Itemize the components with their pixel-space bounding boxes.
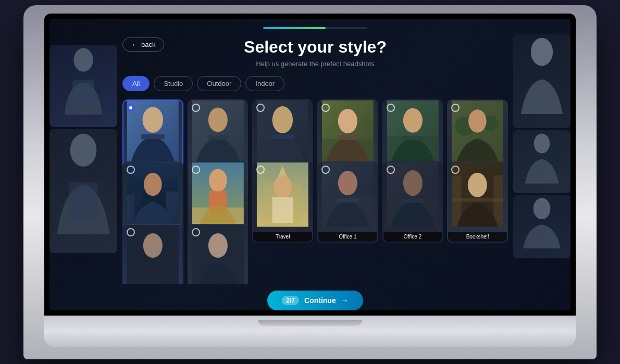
svg-point-22	[403, 108, 422, 133]
filter-tabs: All Studio Outdoor Indoor	[122, 76, 284, 91]
card-radio-8	[192, 166, 200, 174]
filter-tab-studio[interactable]: Studio	[154, 76, 193, 91]
progress-bar-fill	[263, 27, 326, 29]
filter-tab-all[interactable]: All	[122, 76, 150, 91]
filter-tab-indoor[interactable]: Indoor	[245, 76, 284, 91]
laptop-base	[44, 316, 576, 347]
style-grid: Professional 1	[122, 99, 508, 284]
continue-button[interactable]: 2/7 Continue →	[267, 291, 363, 310]
style-card-office-1[interactable]: Office 1	[317, 161, 378, 243]
svg-rect-15	[271, 134, 294, 139]
svg-point-18	[338, 109, 357, 133]
svg-rect-1	[72, 80, 94, 107]
filter-tab-outdoor[interactable]: Outdoor	[197, 76, 241, 91]
card-label-9: Travel	[253, 232, 312, 242]
svg-rect-48	[401, 199, 424, 204]
card-radio-4	[321, 104, 330, 112]
card-label-12: Bookshelf	[448, 232, 507, 242]
back-button[interactable]: ← back	[122, 37, 164, 52]
page-subtitle: Help us generate the prefect headshots	[256, 60, 375, 68]
svg-point-11	[208, 107, 227, 132]
svg-rect-3	[69, 182, 98, 221]
side-right-img-1	[513, 34, 571, 129]
svg-rect-52	[452, 198, 503, 202]
card-radio-14	[192, 228, 200, 236]
side-right-img-2	[513, 130, 571, 193]
laptop-outer: Select your style? Help us generate the …	[23, 5, 597, 359]
style-card-travel[interactable]: Travel	[252, 161, 313, 243]
style-card-bookshelf[interactable]: Bookshelf	[447, 161, 508, 243]
card-radio-2	[192, 104, 200, 112]
style-card-office-2[interactable]: Office 2	[382, 161, 443, 243]
back-label: back	[141, 41, 155, 48]
screen-content: Select your style? Help us generate the …	[49, 19, 571, 310]
svg-point-8	[143, 107, 164, 132]
card-radio-13	[127, 228, 135, 236]
svg-rect-40	[272, 197, 293, 223]
progress-badge: 2/7	[282, 296, 299, 305]
laptop-screen: Select your style? Help us generate the …	[49, 19, 571, 310]
svg-point-32	[144, 173, 162, 196]
progress-bar-container	[263, 27, 367, 29]
svg-point-6	[534, 198, 551, 219]
card-radio-11	[387, 166, 395, 174]
screen-bezel: Select your style? Help us generate the …	[44, 14, 576, 316]
svg-rect-44	[337, 198, 358, 203]
card-label-11: Office 2	[383, 232, 442, 242]
svg-point-2	[70, 134, 96, 167]
side-right-decor	[513, 34, 571, 258]
svg-rect-19	[338, 135, 358, 140]
laptop-notch	[258, 320, 362, 326]
side-left-img-2	[49, 129, 117, 253]
svg-point-14	[272, 106, 293, 133]
svg-point-0	[73, 48, 93, 72]
back-arrow: ←	[131, 41, 138, 48]
svg-rect-23	[402, 136, 424, 141]
svg-rect-9	[141, 134, 164, 139]
svg-point-47	[403, 170, 422, 196]
svg-point-53	[468, 173, 487, 197]
card-label-10: Office 1	[318, 232, 377, 242]
card-radio-1	[127, 104, 135, 112]
svg-point-43	[338, 171, 357, 195]
side-left-decor	[49, 45, 117, 253]
main-area: Select your style? Help us generate the …	[122, 19, 508, 310]
svg-point-27	[468, 109, 487, 132]
svg-rect-12	[207, 135, 228, 140]
svg-point-39	[274, 175, 292, 198]
svg-point-4	[531, 37, 553, 66]
side-left-img-1	[49, 45, 117, 127]
continue-arrow: →	[341, 296, 349, 305]
svg-point-57	[208, 233, 227, 258]
style-card-14[interactable]	[188, 224, 249, 284]
svg-point-5	[534, 134, 550, 154]
side-right-img-3	[513, 195, 571, 258]
svg-point-35	[209, 169, 227, 192]
svg-point-55	[143, 233, 163, 258]
card-radio-5	[387, 104, 395, 112]
style-card-13[interactable]	[122, 224, 183, 284]
page-title: Select your style?	[244, 37, 387, 57]
continue-label: Continue	[304, 296, 336, 305]
